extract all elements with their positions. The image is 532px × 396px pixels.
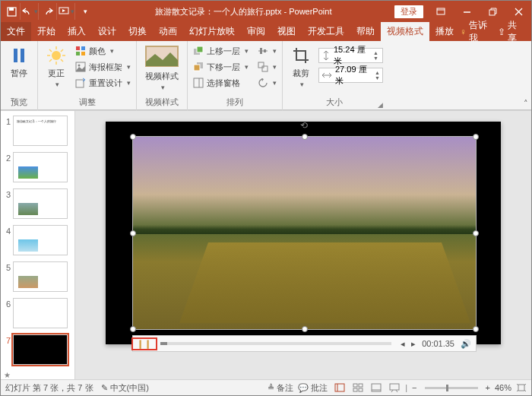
group-label-preview: 预览 [5, 95, 33, 110]
group-icon [258, 62, 268, 72]
svg-rect-10 [21, 49, 24, 62]
language-indicator[interactable]: ✎ 中文(中国) [101, 382, 149, 394]
slide-counter[interactable]: 幻灯片 第 7 张，共 7 张 [5, 382, 93, 394]
login-button[interactable]: 登录 [394, 5, 423, 18]
pane-label: 选择窗格 [207, 78, 240, 89]
zoom-slider[interactable] [425, 387, 478, 389]
slide-thumbnails-panel[interactable]: 1旅游散文记录：一个人的旅行 2 3 4 5 6 7 ★ [1, 111, 75, 379]
video-time: 00:01.35 [422, 339, 454, 348]
tab-review[interactable]: 审阅 [241, 22, 271, 41]
tab-slideshow[interactable]: 幻灯片放映 [183, 22, 241, 41]
svg-rect-43 [353, 388, 357, 391]
selection-pane-button[interactable]: 选择窗格 [192, 75, 250, 90]
comments-button[interactable]: 💬 批注 [298, 382, 328, 394]
start-slideshow-button[interactable]: ▾ [59, 3, 75, 20]
width-icon [321, 71, 332, 80]
collapse-ribbon-button[interactable]: ˄ [524, 99, 528, 109]
group-arrange: 上移一层▾ 下移一层▾ 选择窗格 ▾ ▾ ▾ 排列 [188, 41, 283, 110]
thumbnail-7[interactable]: 7 [2, 334, 73, 365]
pane-icon [193, 78, 204, 88]
zoom-level[interactable]: 46% [495, 383, 511, 392]
svg-rect-3 [437, 8, 445, 14]
resize-handle-tm[interactable] [302, 134, 308, 140]
height-input[interactable]: 15.24 厘米 ▲▼ [318, 48, 383, 63]
zoom-slider-thumb[interactable] [446, 385, 448, 391]
poster-frame-button[interactable]: 海报框架▾ [74, 59, 132, 74]
svg-rect-35 [260, 48, 262, 54]
undo-button[interactable]: ▾ [22, 3, 39, 20]
tab-file[interactable]: 文件 [1, 22, 31, 41]
bring-forward-button[interactable]: 上移一层▾ [192, 43, 250, 59]
window-title: 旅游散文记录：一个人的旅行.pptx - PowerPoint [97, 6, 390, 17]
save-button[interactable] [4, 3, 21, 20]
thumbnail-3[interactable]: 3 [2, 188, 73, 219]
tab-developer[interactable]: 开发工具 [302, 22, 350, 41]
resize-handle-tr[interactable] [473, 134, 479, 140]
resize-handle-tl[interactable] [130, 134, 136, 140]
thumbnail-2[interactable]: 2 [2, 152, 73, 182]
thumbnail-4[interactable]: 4 [2, 225, 73, 255]
pause-button[interactable]: 暂停 [5, 43, 33, 79]
chevron-down-icon: ▾ [127, 79, 131, 87]
resize-handle-bm[interactable] [302, 326, 308, 332]
video-skip-forward-button[interactable]: ▸ [411, 339, 416, 349]
slideshow-view-button[interactable] [387, 382, 401, 394]
video-styles-button[interactable]: 视频样式 ▾ [141, 43, 183, 91]
ribbon: 暂停 预览 更正 ▾ 颜色▾ 海报框架▾ 重置设计▾ 调整 视频样式 ▾ [1, 41, 531, 111]
group-video-styles: 视频样式 ▾ 视频样式 [137, 41, 188, 110]
sorter-view-button[interactable] [350, 382, 364, 394]
video-seek-track[interactable] [160, 342, 391, 345]
resize-handle-bl[interactable] [130, 326, 136, 332]
ribbon-tabs: 文件 开始 插入 设计 切换 动画 幻灯片放映 审阅 视图 开发工具 帮助 视频… [1, 22, 531, 41]
rotation-handle[interactable]: ⟲ [300, 120, 308, 131]
rotate-button[interactable]: ▾ [256, 75, 278, 90]
zoom-in-button[interactable]: + [486, 383, 490, 392]
tab-home[interactable]: 开始 [31, 22, 62, 41]
send-backward-button[interactable]: 下移一层▾ [192, 59, 250, 74]
normal-view-button[interactable] [332, 382, 346, 394]
volume-icon[interactable]: 🔊 [461, 339, 471, 349]
reset-design-button[interactable]: 重置设计▾ [74, 75, 132, 90]
video-object[interactable]: ⟲ [132, 136, 477, 330]
chevron-down-icon: ▾ [127, 63, 131, 71]
width-spinner[interactable]: ▲▼ [375, 70, 380, 81]
thumbnail-6[interactable]: 6 [2, 298, 73, 328]
resize-handle-rm[interactable] [473, 230, 479, 236]
tab-playback[interactable]: 播放 [429, 22, 460, 41]
tab-animations[interactable]: 动画 [153, 22, 183, 41]
svg-rect-29 [197, 46, 203, 52]
backward-label: 下移一层 [207, 62, 240, 73]
tab-design[interactable]: 设计 [92, 22, 122, 41]
color-button[interactable]: 颜色▾ [74, 43, 132, 59]
notes-button[interactable]: ≜ 备注 [268, 382, 293, 394]
tab-insert[interactable]: 插入 [62, 22, 92, 41]
align-button[interactable]: ▾ [256, 43, 278, 59]
height-spinner[interactable]: ▲▼ [373, 50, 378, 61]
tab-transitions[interactable]: 切换 [122, 22, 153, 41]
tab-view[interactable]: 视图 [271, 22, 302, 41]
workspace: 1旅游散文记录：一个人的旅行 2 3 4 5 6 7 ★ ⟲ ❙❙ ◂ [1, 111, 531, 379]
redo-button[interactable] [40, 3, 57, 20]
resize-handle-br[interactable] [473, 326, 479, 332]
svg-rect-41 [353, 384, 357, 387]
chevron-down-icon: ▾ [110, 47, 114, 55]
resize-handle-lm[interactable] [130, 230, 136, 236]
ribbon-display-options-button[interactable] [428, 1, 454, 22]
reading-view-button[interactable] [369, 382, 382, 394]
qat-customize-button[interactable]: ▾ [77, 3, 93, 20]
tab-video-format[interactable]: 视频格式 [381, 22, 429, 41]
thumbnail-5[interactable]: 5 [2, 261, 73, 292]
size-dialog-launcher[interactable]: ◢ [378, 101, 383, 109]
group-objects-button[interactable]: ▾ [256, 59, 278, 74]
tab-help[interactable]: 帮助 [350, 22, 381, 41]
zoom-out-button[interactable]: − [412, 383, 416, 392]
video-play-pause-button[interactable]: ❙❙ [133, 339, 156, 349]
width-input[interactable]: 27.09 厘米 ▲▼ [318, 68, 383, 83]
crop-button[interactable]: 裁剪 ▾ [287, 43, 315, 88]
video-style-icon [144, 45, 179, 69]
video-skip-back-button[interactable]: ◂ [401, 339, 405, 349]
thumbnail-1[interactable]: 1旅游散文记录：一个人的旅行 [2, 116, 73, 146]
fit-to-window-button[interactable] [516, 383, 527, 392]
corrections-button[interactable]: 更正 ▾ [42, 43, 71, 88]
slide-canvas[interactable]: ⟲ ❙❙ ◂ ▸ 00:01.35 🔊 [75, 111, 531, 379]
